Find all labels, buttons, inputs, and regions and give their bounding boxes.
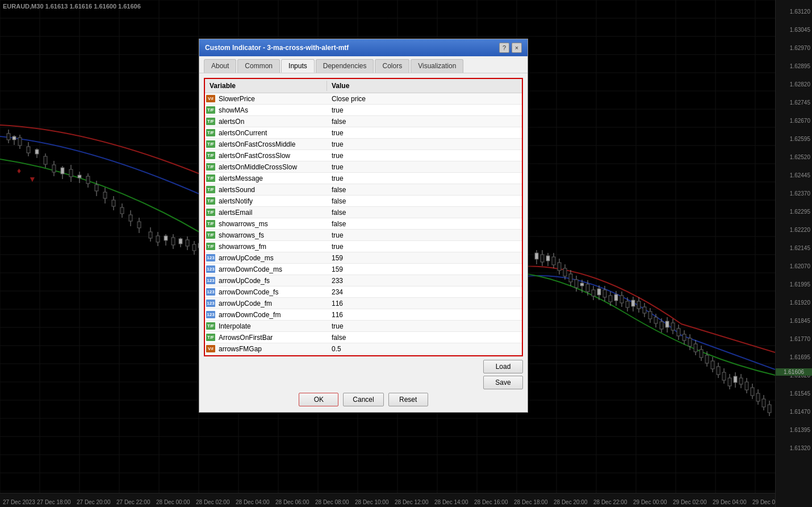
row-icon: 123 bbox=[205, 286, 216, 297]
row-variable-value: true bbox=[327, 151, 522, 160]
row-icon: V# bbox=[205, 343, 216, 354]
row-variable-name: arrowUpCode_fm bbox=[216, 299, 327, 308]
table-row[interactable]: T/FalertsOnCurrenttrue bbox=[205, 127, 522, 139]
inputs-table: Variable Value V#SlowerPriceClose priceT… bbox=[204, 78, 523, 356]
table-row[interactable]: T/FalertsOnMiddleCrossSlowtrue bbox=[205, 161, 522, 173]
row-variable-name: arrowDownCode_fs bbox=[216, 288, 327, 297]
table-row[interactable]: 123arrowDownCode_fm116 bbox=[205, 309, 522, 321]
reset-button[interactable]: Reset bbox=[388, 393, 428, 406]
table-row[interactable]: T/FalertsEmailfalse bbox=[205, 207, 522, 218]
row-variable-name: arrowDownCode_ms bbox=[216, 265, 327, 274]
row-variable-name: alertsOn bbox=[216, 117, 327, 126]
tab-colors[interactable]: Colors bbox=[375, 59, 409, 73]
dialog-content: Variable Value V#SlowerPriceClose priceT… bbox=[199, 73, 528, 412]
help-button[interactable]: ? bbox=[499, 43, 509, 53]
row-variable-value: false bbox=[327, 219, 522, 228]
table-row[interactable]: T/FInterpolatetrue bbox=[205, 321, 522, 332]
table-row[interactable]: T/FalertsMessagetrue bbox=[205, 173, 522, 184]
row-variable-value: 0.5 bbox=[327, 344, 522, 354]
dialog-controls: ? × bbox=[499, 43, 522, 53]
table-row[interactable]: 123arrowUpCode_ms159 bbox=[205, 252, 522, 264]
row-variable-name: arrowUpCode_fs bbox=[216, 276, 327, 285]
row-variable-value: 116 bbox=[327, 310, 522, 319]
row-icon: T/F bbox=[205, 105, 216, 115]
indicator-dialog: Custom Indicator - 3-ma-cross-with-alert… bbox=[199, 39, 528, 413]
row-variable-name: showarrows_fs bbox=[216, 231, 327, 240]
table-row[interactable]: T/FalertsNotifyfalse bbox=[205, 196, 522, 207]
load-button[interactable]: Load bbox=[483, 360, 523, 373]
ok-button[interactable]: OK bbox=[299, 393, 338, 406]
row-icon: T/F bbox=[205, 196, 216, 206]
table-row[interactable]: T/Fshowarrows_fmtrue bbox=[205, 241, 522, 252]
row-icon: T/F bbox=[205, 127, 216, 138]
table-row[interactable]: V#SlowerPriceClose price bbox=[205, 93, 522, 105]
dialog-titlebar: Custom Indicator - 3-ma-cross-with-alert… bbox=[199, 39, 528, 56]
table-row[interactable]: T/Fshowarrows_msfalse bbox=[205, 218, 522, 230]
row-variable-value: false bbox=[327, 197, 522, 206]
row-variable-name: alertsSound bbox=[216, 185, 327, 194]
row-variable-value: true bbox=[327, 128, 522, 138]
row-variable-name: alertsOnFastCrossSlow bbox=[216, 151, 327, 160]
tab-dependencies[interactable]: Dependencies bbox=[316, 59, 374, 73]
row-variable-value: true bbox=[327, 140, 522, 149]
row-icon: V# bbox=[205, 93, 216, 104]
table-row[interactable]: 123arrowUpCode_fm116 bbox=[205, 298, 522, 309]
table-row[interactable]: T/FalertsOnfalse bbox=[205, 116, 522, 127]
row-icon: T/F bbox=[205, 218, 216, 229]
table-row[interactable]: 123arrowUpCode_fs233 bbox=[205, 275, 522, 286]
row-variable-value: false bbox=[327, 208, 522, 217]
row-icon: T/F bbox=[205, 161, 216, 172]
row-variable-name: alertsOnFastCrossMiddle bbox=[216, 140, 327, 149]
dialog-tabs: About Common Inputs Dependencies Colors … bbox=[199, 56, 528, 73]
row-variable-name: alertsMessage bbox=[216, 174, 327, 183]
table-row[interactable]: T/FArrowsOnFirstBarfalse bbox=[205, 332, 522, 343]
row-variable-name: Interpolate bbox=[216, 322, 327, 331]
row-variable-value: true bbox=[327, 242, 522, 251]
row-icon: T/F bbox=[205, 332, 216, 343]
row-variable-name: showarrows_ms bbox=[216, 219, 327, 228]
table-row[interactable]: T/FshowMAstrue bbox=[205, 105, 522, 116]
row-variable-name: showMAs bbox=[216, 106, 327, 115]
row-icon: T/F bbox=[205, 207, 216, 218]
row-icon: T/F bbox=[205, 241, 216, 252]
row-variable-value: 233 bbox=[327, 276, 522, 285]
row-variable-name: alertsOnCurrent bbox=[216, 128, 327, 138]
tab-about[interactable]: About bbox=[204, 59, 236, 73]
row-icon: 123 bbox=[205, 275, 216, 286]
table-scroll-area[interactable]: V#SlowerPriceClose priceT/FshowMAstrueT/… bbox=[205, 93, 522, 355]
row-variable-value: Close price bbox=[327, 94, 522, 103]
row-variable-name: showarrows_fm bbox=[216, 242, 327, 251]
row-variable-name: ArrowsOnFirstBar bbox=[216, 333, 327, 342]
row-icon: 123 bbox=[205, 298, 216, 309]
save-button[interactable]: Save bbox=[483, 376, 523, 389]
row-variable-name: arrowDownCode_fm bbox=[216, 310, 327, 319]
table-row[interactable]: T/FalertsOnFastCrossSlowtrue bbox=[205, 150, 522, 161]
table-row[interactable]: T/FalertsOnFastCrossMiddletrue bbox=[205, 139, 522, 150]
tab-visualization[interactable]: Visualization bbox=[411, 59, 463, 73]
row-variable-value: 116 bbox=[327, 299, 522, 308]
close-button[interactable]: × bbox=[512, 43, 522, 53]
row-icon: T/F bbox=[205, 139, 216, 149]
dialog-title: Custom Indicator - 3-ma-cross-with-alert… bbox=[205, 44, 349, 52]
row-variable-value: true bbox=[327, 174, 522, 183]
table-row[interactable]: T/Fshowarrows_fstrue bbox=[205, 230, 522, 241]
row-variable-name: alertsOnMiddleCrossSlow bbox=[216, 163, 327, 172]
row-variable-name: SlowerPrice bbox=[216, 94, 327, 103]
row-icon: T/F bbox=[205, 173, 216, 184]
row-icon: 123 bbox=[205, 309, 216, 320]
table-row[interactable]: 123arrowDownCode_ms159 bbox=[205, 264, 522, 275]
tab-common[interactable]: Common bbox=[237, 59, 280, 73]
row-variable-value: 159 bbox=[327, 265, 522, 274]
row-variable-value: true bbox=[327, 106, 522, 115]
row-variable-value: true bbox=[327, 322, 522, 331]
table-row[interactable]: V#arrowsFMGap0.5 bbox=[205, 343, 522, 355]
row-variable-name: alertsNotify bbox=[216, 197, 327, 206]
row-icon: T/F bbox=[205, 150, 216, 161]
cancel-button[interactable]: Cancel bbox=[343, 393, 383, 406]
table-row[interactable]: 123arrowDownCode_fs234 bbox=[205, 286, 522, 298]
tab-inputs[interactable]: Inputs bbox=[281, 59, 315, 73]
row-variable-value: 234 bbox=[327, 288, 522, 297]
table-row[interactable]: T/FalertsSoundfalse bbox=[205, 184, 522, 196]
row-icon: T/F bbox=[205, 116, 216, 127]
row-icon: T/F bbox=[205, 321, 216, 331]
